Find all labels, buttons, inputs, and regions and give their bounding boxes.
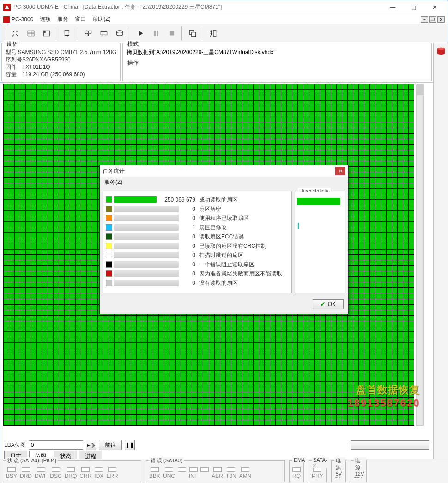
drive-stat-tick (298, 223, 299, 229)
status-led: RQ (292, 467, 301, 479)
stat-row: 0一个错误阻止读取扇区 (106, 260, 289, 269)
svg-rect-3 (65, 30, 69, 35)
stat-row: 0读取扇区ECC错误 (106, 232, 289, 241)
mode-group: 模式 拷贝数据到"A:\2019\20200229-三星CM871\Virtua… (122, 43, 432, 81)
stat-bar (114, 252, 179, 258)
lba-pause-button[interactable]: ❚❚ (125, 440, 135, 450)
stat-bar (114, 280, 179, 286)
status-led: AMN (239, 467, 252, 479)
status-led: PHY (312, 467, 323, 479)
stat-swatch (106, 215, 112, 221)
svg-rect-6 (101, 31, 107, 35)
lba-input[interactable] (29, 440, 83, 450)
status-led: INF (189, 467, 198, 479)
svg-point-5 (88, 31, 91, 34)
stat-swatch (106, 224, 112, 231)
tool-disk-icon[interactable] (113, 26, 127, 40)
stat-swatch (106, 206, 112, 212)
minimize-button[interactable]: — (382, 1, 403, 14)
stat-swatch (106, 196, 112, 203)
play-button[interactable] (133, 26, 147, 40)
status-group-dma: DMA RQ (289, 460, 304, 482)
tool-map2-icon[interactable] (40, 26, 54, 40)
tool-export-icon[interactable] (61, 26, 74, 40)
maximize-button[interactable]: ▢ (403, 1, 424, 14)
side-disk-icon[interactable] (435, 45, 447, 57)
dialog-menu-service[interactable]: 服务(Z) (100, 177, 348, 188)
close-button[interactable]: ✕ (424, 1, 445, 14)
stat-swatch (106, 261, 112, 268)
menu-service[interactable]: 服务 (57, 15, 68, 23)
stat-label: 读取扇区ECC错误 (199, 233, 244, 241)
status-led: DSC (50, 467, 61, 479)
status-group-5v: 电源 5V 5V (331, 460, 346, 482)
lba-target-button[interactable]: ▸◍ (86, 440, 96, 450)
tool-settings-icon[interactable] (8, 26, 22, 40)
app-icon (3, 4, 11, 11)
svg-rect-9 (157, 31, 158, 36)
svg-rect-2 (44, 31, 45, 32)
mdi-minimize[interactable]: – (421, 16, 428, 23)
device-capacity: 119.24 GB (250 069 680) (22, 71, 85, 78)
tool-copy-icon[interactable] (186, 26, 200, 40)
stat-label: 使用程序已读取扇区 (199, 214, 249, 222)
status-led: T0N (226, 467, 236, 479)
status-led (200, 467, 209, 479)
svg-rect-12 (192, 32, 196, 36)
stat-bar (114, 261, 179, 268)
stat-bar (114, 233, 179, 240)
device-serial: S26PNXAGB55930 (22, 56, 71, 63)
stat-bar (114, 270, 179, 277)
watermark: 盘首数据恢复 18913587620 (347, 383, 420, 409)
stop-button[interactable] (165, 26, 179, 40)
window-title: PC-3000 UDMA-E - China - [Data Extractor… (13, 3, 382, 11)
info-panel: 设备 型号SAMSUNG SSD CM871 2.5 7mm 128G 序列号S… (0, 42, 448, 83)
status-led: ABR (212, 467, 223, 479)
svg-point-14 (210, 30, 212, 32)
status-led: BSY (6, 467, 17, 479)
stat-row: 0没有读取的扇区 (106, 278, 289, 287)
menu-options[interactable]: 选项 (40, 15, 51, 23)
stat-label: 扫描时跳过的扇区 (199, 251, 243, 259)
stat-bar (114, 196, 157, 203)
stat-swatch (106, 252, 112, 258)
mdi-restore[interactable]: ❐ (429, 16, 436, 23)
menu-window[interactable]: 窗口 (75, 15, 86, 23)
stat-row: 0因为准备就绪失败而扇区不能读取 (106, 269, 289, 278)
tool-search-icon[interactable] (81, 26, 95, 40)
stat-label: 成功读取的扇区 (199, 196, 238, 204)
tool-exit-icon[interactable] (206, 26, 220, 40)
stat-bar (114, 215, 179, 221)
dialog-close-button[interactable]: ✕ (335, 167, 345, 175)
sector-map-scrollbar[interactable] (416, 84, 424, 426)
stat-label: 没有读取的扇区 (199, 279, 238, 287)
lba-go-button[interactable]: 前往 (99, 440, 122, 450)
device-firmware: FXT01D1Q (22, 63, 50, 71)
stat-bar (114, 206, 179, 212)
stat-count: 0 (182, 206, 195, 212)
tool-scan-icon[interactable] (97, 26, 111, 40)
stat-bar (114, 224, 179, 231)
mode-group-header: 模式 (126, 40, 140, 48)
task-stats-dialog: 任务统计 ✕ 服务(Z) 250 069 679成功读取的扇区0扇区解密0使用程… (99, 165, 349, 314)
stat-swatch (106, 270, 112, 277)
stat-count: 0 (182, 280, 195, 286)
status-led: DRD (20, 467, 32, 479)
tool-map-icon[interactable] (24, 26, 38, 40)
stat-row: 0使用程序已读取扇区 (106, 214, 289, 223)
stat-label: 扇区已修改 (199, 224, 227, 232)
device-model: SAMSUNG SSD CM871 2.5 7mm 128G (18, 49, 116, 56)
dialog-ok-button[interactable]: ✔OK (313, 299, 344, 309)
pause-button[interactable] (149, 26, 163, 40)
stat-count: 0 (182, 252, 195, 258)
dialog-title: 任务统计 (103, 167, 335, 175)
stat-row: 0已读取的扇区没有CRC控制 (106, 241, 289, 251)
lba-label: LBA位图 (4, 441, 26, 449)
menu-help[interactable]: 帮助(Z) (92, 15, 110, 23)
mdi-controls: – ❐ x (421, 16, 445, 23)
status-group-sata2: SATA-2 PHY (309, 460, 327, 482)
mode-copy-target: 拷贝数据到"A:\2019\20200229-三星CM871\VirtualDi… (127, 49, 428, 56)
svg-rect-0 (28, 31, 34, 36)
mdi-close[interactable]: x (437, 16, 445, 23)
drive-stat-bar (297, 198, 340, 205)
